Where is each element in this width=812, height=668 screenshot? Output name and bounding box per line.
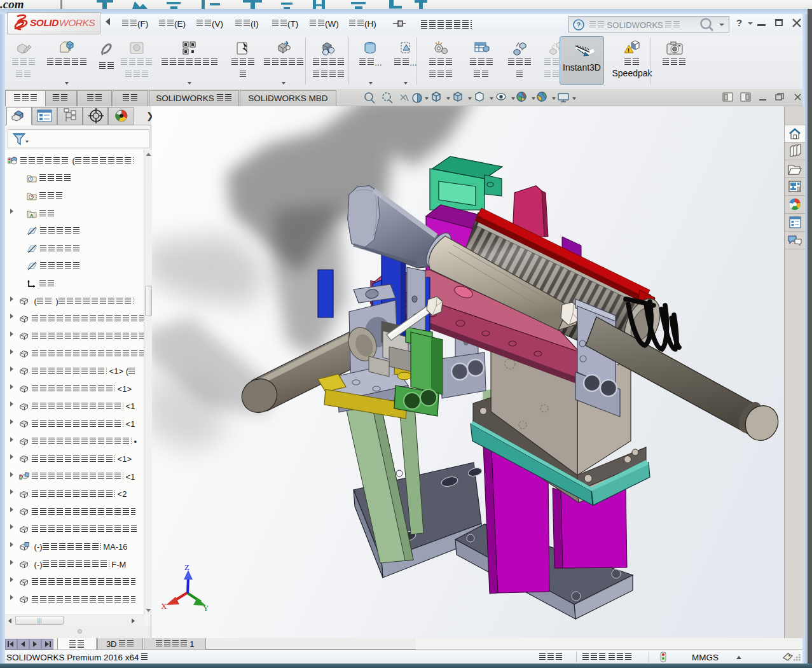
svg-text:Y: Y [203,603,209,613]
svg-text:Z: Z [184,562,189,572]
svg-text:A: A [30,212,34,218]
svg-text:SOLID: SOLID [30,17,58,28]
svg-text:X: X [161,601,167,611]
svg-text:!: ! [628,47,630,53]
svg-text:WORKS: WORKS [59,17,95,28]
svg-text:?: ? [577,21,581,29]
